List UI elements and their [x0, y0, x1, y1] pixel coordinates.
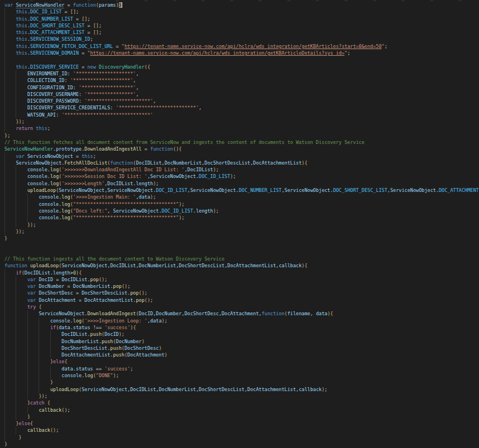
code-line[interactable]: var ServiceNowObject = this; — [4, 153, 479, 160]
code-line[interactable]: }); — [4, 228, 479, 235]
code-token: function — [73, 2, 96, 8]
code-line[interactable]: console.log('>>>>>>>Length',DocIDList.le… — [4, 180, 479, 187]
code-token: ServiceNowObject — [190, 187, 236, 193]
code-editor[interactable]: _ _ _ _ _ _ _ _ _ _ _ _ _ _ _ _ var Serv… — [0, 0, 479, 448]
code-token: function — [150, 146, 173, 152]
code-token: ; — [165, 318, 167, 324]
code-line[interactable]: // This function fetches all document co… — [4, 139, 479, 146]
code-line[interactable]: // This function ingests all the documen… — [4, 256, 479, 262]
code-token: DOC_ATTACHMENT_LIST — [439, 187, 479, 193]
code-line[interactable]: DocNumberList.push(DocNumber) — [4, 338, 479, 345]
code-token: console — [39, 208, 59, 214]
code-line[interactable]: uploadLoop(ServiceNowObject,ServiceNowOb… — [4, 187, 479, 194]
code-line[interactable]: console.log('>>>>>>>DownloadAndIngestAll… — [4, 166, 479, 173]
code-line[interactable]: this.DOC_ATTACHMENT_LIST = []; — [4, 29, 479, 36]
code-line[interactable]: var ServiceNowHandler = function(params)… — [4, 2, 479, 8]
code-line[interactable]: COLLECTION_ID: '********************', — [4, 77, 479, 84]
code-line[interactable]: } — [4, 434, 479, 441]
code-line[interactable]: callback(); — [4, 427, 479, 433]
code-line[interactable]: try { — [4, 304, 479, 310]
code-line[interactable]: } — [4, 413, 479, 420]
code-token: } — [27, 414, 30, 420]
code-line[interactable]: data.status == 'success'; — [4, 365, 479, 372]
code-token: log — [50, 174, 59, 179]
indent-guides — [4, 304, 27, 310]
code-line[interactable]: DocIDList.push(DocID); — [4, 331, 479, 338]
code-token: DOC_ID_LIST — [30, 9, 61, 15]
code-line[interactable] — [4, 56, 479, 63]
code-token: DOC_NUMBER_LIST — [239, 187, 282, 193]
code-token: ; — [127, 283, 130, 289]
code-line[interactable]: CONFIGURATION_ID: '******************', — [4, 84, 479, 91]
code-line[interactable]: ServiceNowObject.DownloadAndIngest(DocID… — [4, 310, 479, 317]
code-line[interactable]: this.SERVICENOW_DOMAIN = "https://tenant… — [4, 50, 479, 56]
code-line[interactable]: uploadLoop(ServiceNowObject,DocIDList,Do… — [4, 386, 479, 393]
code-token: DISCOVERY_SERVICE_CREDENTIALS — [27, 105, 110, 110]
code-token: new — [87, 64, 95, 70]
code-line[interactable]: }; — [4, 132, 479, 139]
indent-guides — [4, 427, 27, 433]
code-line[interactable]: ENVIRONMENT_ID: '********************', — [4, 70, 479, 77]
code-line[interactable]: if(data.status !== 'success'){ — [4, 324, 479, 331]
code-line[interactable]: callback(); — [4, 407, 479, 413]
code-line[interactable]: DocShortDescList.push(DocShortDesc) — [4, 345, 479, 351]
code-token: data — [59, 325, 70, 330]
code-token: DocIDList — [188, 167, 213, 172]
code-line[interactable]: console.log("DONE"); — [4, 372, 479, 379]
code-line[interactable]: }); — [4, 221, 479, 228]
code-token: DocAttachmentList — [247, 387, 296, 392]
code-line[interactable]: return this; — [4, 125, 479, 132]
code-line[interactable] — [4, 242, 479, 248]
code-line[interactable]: console.log('>>>>Ingestion Main: ',data)… — [4, 194, 479, 200]
code-token: , — [133, 78, 136, 83]
code-token: // This function fetches all document co… — [4, 139, 365, 145]
code-line[interactable]: DISCOVERY_SERVICE_CREDENTIALS: '********… — [4, 104, 479, 111]
code-line[interactable]: this.SERVICENOW_FETCH_DOC_LIST_URL = "ht… — [4, 43, 479, 50]
code-line[interactable]: WATSON_API: '***************************… — [4, 112, 479, 118]
code-line[interactable]: this.SERVICENOW_SESSION_ID; — [4, 36, 479, 42]
code-token: this — [16, 36, 27, 42]
code-line[interactable]: var DocAttachment = DocAttachmentList.po… — [4, 297, 479, 304]
code-line[interactable]: if(DocIDList.length>0){ — [4, 269, 479, 276]
indent-guides — [4, 77, 27, 84]
code-line[interactable]: }); — [4, 118, 479, 125]
code-line[interactable]: }catch { — [4, 399, 479, 406]
code-line[interactable]: ServiceNowObject.FetchAllDocList(functio… — [4, 160, 479, 166]
code-token: this — [16, 44, 27, 49]
code-line[interactable]: }); — [4, 393, 479, 399]
code-token: uploadLoop — [50, 387, 79, 392]
code-line[interactable] — [4, 249, 479, 256]
code-line[interactable]: }else{ — [4, 420, 479, 427]
code-token: this — [16, 16, 27, 22]
code-line[interactable]: console.log("Docs left:", ServiceNowObje… — [4, 208, 479, 214]
code-line[interactable]: DISCOVERY_PASSWORD: '*******************… — [4, 98, 479, 104]
code-line[interactable]: console.log('>>>>>>>Session Doc ID List:… — [4, 173, 479, 180]
code-token: if — [50, 325, 56, 330]
code-line[interactable]: function uploadLoop(ServiceNowObject,Doc… — [4, 262, 479, 269]
code-line[interactable]: this.DOC_SHORT_DESC_LIST = []; — [4, 22, 479, 29]
code-line[interactable]: } — [4, 379, 479, 386]
indent-guides — [4, 112, 27, 118]
code-line[interactable]: console.log('>>>>Ingestion Loop: ',data)… — [4, 317, 479, 324]
code-line[interactable]: } — [4, 441, 479, 447]
code-token: DocShortDesc — [39, 290, 73, 296]
text-cursor — [122, 2, 122, 8]
code-line[interactable]: console.log("***************************… — [4, 214, 479, 221]
code-line[interactable]: console.log("***************************… — [4, 201, 479, 208]
indent-guides — [4, 187, 27, 194]
code-line[interactable]: this.DISCOVERY_SERVICE = new DiscoveryHa… — [4, 64, 479, 70]
code-line[interactable]: ServiceNowHandler.prototype.DownloadAndI… — [4, 146, 479, 152]
code-line[interactable]: } — [4, 235, 479, 242]
code-line[interactable]: var DocNumber = DocNumberList.pop(); — [4, 283, 479, 290]
code-line[interactable]: this.DOC_NUMBER_LIST = []; — [4, 16, 479, 22]
code-line[interactable]: var DocID = DocIDList.pop(); — [4, 276, 479, 283]
code-token: data — [61, 366, 73, 372]
code-line[interactable]: this.DOC_ID_LIST = []; — [4, 8, 479, 15]
code-line[interactable]: var DocShortDesc = DocShortDescList.pop(… — [4, 290, 479, 296]
code-token: DocIDList — [25, 270, 50, 276]
code-line[interactable]: DISCOVERY_USERNAME: '****************', — [4, 91, 479, 98]
code-line[interactable]: }else{ — [4, 358, 479, 365]
code-token: https://tenant-name.service-now.com/api/… — [124, 44, 382, 49]
code-line[interactable]: DocAttachmentList.push(DocAttachment) — [4, 351, 479, 358]
code-token: DocIDList — [136, 160, 161, 166]
